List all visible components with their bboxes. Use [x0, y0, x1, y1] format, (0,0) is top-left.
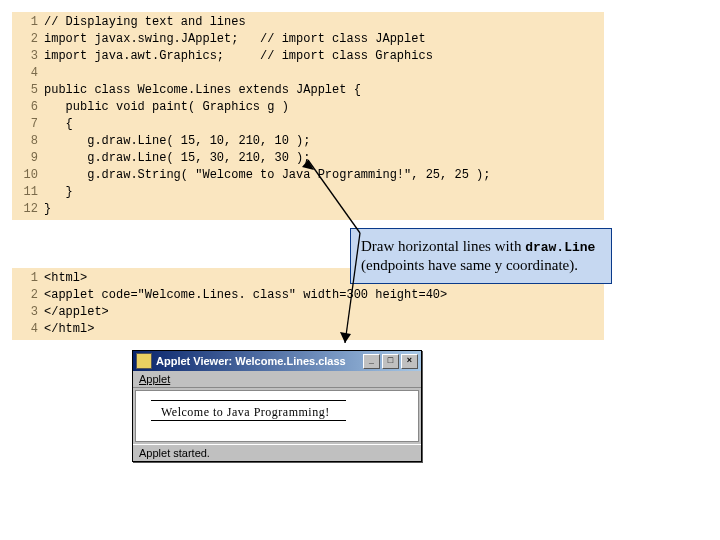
- code-text: g.draw.String( "Welcome to Java Programm…: [44, 167, 490, 184]
- line-number: 8: [16, 133, 44, 150]
- code-line: 11 }: [16, 184, 600, 201]
- menu-applet-rest: pplet: [146, 373, 170, 385]
- applet-canvas: Welcome to Java Programming!: [135, 390, 419, 442]
- code-line: 2<applet code="Welcome.Lines. class" wid…: [16, 287, 600, 304]
- maximize-button[interactable]: □: [382, 354, 399, 369]
- code-line: 7 {: [16, 116, 600, 133]
- code-text: g.draw.Line( 15, 30, 210, 30 );: [44, 150, 310, 167]
- code-text: import java.awt.Graphics; // import clas…: [44, 48, 433, 65]
- code-line: 8 g.draw.Line( 15, 10, 210, 10 );: [16, 133, 600, 150]
- code-text: import javax.swing.JApplet; // import cl…: [44, 31, 426, 48]
- line-number: 2: [16, 31, 44, 48]
- code-line: 9 g.draw.Line( 15, 30, 210, 30 );: [16, 150, 600, 167]
- line-number: 6: [16, 99, 44, 116]
- code-line: 4</html>: [16, 321, 600, 338]
- code-text: <applet code="Welcome.Lines. class" widt…: [44, 287, 447, 304]
- code-line: 2import javax.swing.JApplet; // import c…: [16, 31, 600, 48]
- code-line: 1// Displaying text and lines: [16, 14, 600, 31]
- code-text: public class Welcome.Lines extends JAppl…: [44, 82, 361, 99]
- code-text: </applet>: [44, 304, 109, 321]
- titlebar: Applet Viewer: Welcome.Lines.class _ □ ×: [133, 351, 421, 371]
- line-number: 1: [16, 14, 44, 31]
- line-number: 9: [16, 150, 44, 167]
- code-line: 10 g.draw.String( "Welcome to Java Progr…: [16, 167, 600, 184]
- code-text: </html>: [44, 321, 94, 338]
- line-number: 11: [16, 184, 44, 201]
- code-line: 5public class Welcome.Lines extends JApp…: [16, 82, 600, 99]
- menubar[interactable]: Applet: [133, 371, 421, 388]
- drawn-line-top: [151, 400, 346, 401]
- callout-text-pre: Draw horizontal lines with: [361, 238, 525, 254]
- line-number: 7: [16, 116, 44, 133]
- callout-box: Draw horizontal lines with draw.Line (en…: [350, 228, 612, 284]
- code-line: 4: [16, 65, 600, 82]
- code-text: public void paint( Graphics g ): [44, 99, 289, 116]
- close-button[interactable]: ×: [401, 354, 418, 369]
- code-text: g.draw.Line( 15, 10, 210, 10 );: [44, 133, 310, 150]
- code-block-java: 1// Displaying text and lines2import jav…: [12, 12, 604, 220]
- status-bar: Applet started.: [133, 444, 421, 461]
- line-number: 3: [16, 304, 44, 321]
- line-number: 10: [16, 167, 44, 184]
- line-number: 4: [16, 65, 44, 82]
- applet-viewer-window: Applet Viewer: Welcome.Lines.class _ □ ×…: [132, 350, 422, 462]
- window-buttons: _ □ ×: [363, 354, 418, 369]
- drawn-string: Welcome to Java Programming!: [161, 405, 330, 420]
- code-line: 6 public void paint( Graphics g ): [16, 99, 600, 116]
- line-number: 2: [16, 287, 44, 304]
- code-text: // Displaying text and lines: [44, 14, 246, 31]
- code-line: 3</applet>: [16, 304, 600, 321]
- line-number: 3: [16, 48, 44, 65]
- line-number: 4: [16, 321, 44, 338]
- code-text: }: [44, 184, 73, 201]
- code-text: <html>: [44, 270, 87, 287]
- code-text: {: [44, 116, 73, 133]
- line-number: 5: [16, 82, 44, 99]
- line-number: 1: [16, 270, 44, 287]
- callout-text-post: (endpoints have same y coordinate).: [361, 257, 578, 273]
- callout-keyword: draw.Line: [525, 240, 595, 255]
- line-number: 12: [16, 201, 44, 218]
- minimize-button[interactable]: _: [363, 354, 380, 369]
- code-line: 12}: [16, 201, 600, 218]
- drawn-line-bottom: [151, 420, 346, 421]
- window-title: Applet Viewer: Welcome.Lines.class: [156, 355, 363, 367]
- java-cup-icon: [136, 353, 152, 369]
- code-line: 3import java.awt.Graphics; // import cla…: [16, 48, 600, 65]
- code-text: }: [44, 201, 51, 218]
